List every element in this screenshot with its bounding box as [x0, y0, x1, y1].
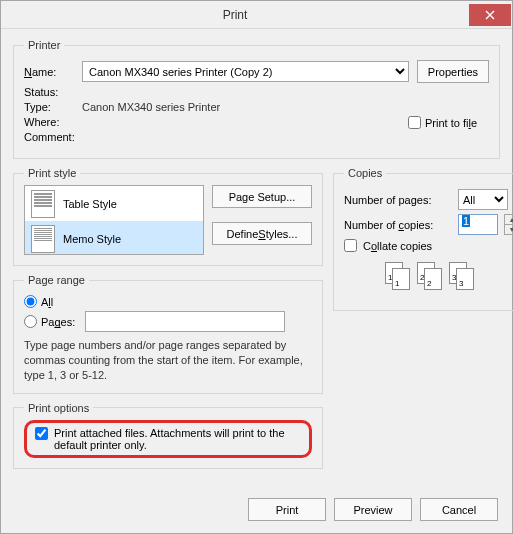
- all-label: All: [41, 296, 53, 308]
- num-pages-select[interactable]: All: [458, 189, 508, 210]
- memo-style-icon: [31, 225, 55, 253]
- printer-group: Printer Name: Canon MX340 series Printer…: [13, 39, 500, 159]
- comment-label: Comment:: [24, 131, 82, 143]
- table-style-icon: [31, 190, 55, 218]
- collate-label: Collate copies: [363, 240, 432, 252]
- where-label: Where:: [24, 116, 82, 128]
- status-label: Status:: [24, 86, 82, 98]
- close-button[interactable]: [469, 4, 511, 26]
- print-style-list[interactable]: Table Style Memo Style: [24, 185, 204, 255]
- page-setup-button[interactable]: Page Setup...: [212, 185, 312, 208]
- pages-radio[interactable]: [24, 315, 37, 328]
- type-value: Canon MX340 series Printer: [82, 101, 220, 113]
- style-item-memo[interactable]: Memo Style: [25, 221, 203, 255]
- print-options-group: Print options Print attached files. Atta…: [13, 402, 323, 469]
- print-options-legend: Print options: [24, 402, 93, 414]
- collate-checkbox[interactable]: [344, 239, 357, 252]
- print-to-file-checkbox[interactable]: [408, 116, 421, 129]
- collate-icons: 11 22 33: [344, 262, 513, 292]
- preview-button[interactable]: Preview: [334, 498, 412, 521]
- chevron-down-icon[interactable]: ▼: [505, 225, 513, 234]
- define-styles-button[interactable]: Define Styles...: [212, 222, 312, 245]
- page-range-legend: Page range: [24, 274, 89, 286]
- titlebar: Print: [1, 1, 512, 29]
- print-button[interactable]: Print: [248, 498, 326, 521]
- type-label: Type:: [24, 101, 82, 113]
- print-attached-label: Print attached files. Attachments will p…: [54, 427, 301, 451]
- copies-legend: Copies: [344, 167, 386, 179]
- num-pages-label: Number of pages:: [344, 194, 452, 206]
- page-range-group: Page range All Pages: Type page numbers …: [13, 274, 323, 394]
- print-attached-checkbox[interactable]: [35, 427, 48, 440]
- highlight-annotation: Print attached files. Attachments will p…: [24, 420, 312, 458]
- copies-spinner[interactable]: ▲▼: [504, 214, 513, 235]
- chevron-up-icon[interactable]: ▲: [505, 215, 513, 225]
- close-icon: [485, 10, 495, 20]
- page-range-note: Type page numbers and/or page ranges sep…: [24, 338, 312, 383]
- properties-button[interactable]: Properties: [417, 60, 489, 83]
- pages-input[interactable]: [85, 311, 285, 332]
- style-item-table[interactable]: Table Style: [25, 186, 203, 221]
- window-title: Print: [1, 8, 469, 22]
- num-copies-label: Number of copies:: [344, 219, 452, 231]
- cancel-button[interactable]: Cancel: [420, 498, 498, 521]
- printer-legend: Printer: [24, 39, 64, 51]
- print-dialog: Print Printer Name: Canon MX340 series P…: [0, 0, 513, 534]
- print-style-legend: Print style: [24, 167, 80, 179]
- num-copies-field[interactable]: 1: [458, 214, 498, 235]
- style-label: Table Style: [63, 198, 117, 210]
- name-label: Name:: [24, 66, 82, 78]
- all-radio[interactable]: [24, 295, 37, 308]
- print-style-group: Print style Table Style Memo Style: [13, 167, 323, 266]
- printer-name-select[interactable]: Canon MX340 series Printer (Copy 2): [82, 61, 409, 82]
- pages-label: Pages:: [41, 316, 81, 328]
- print-to-file-label: Print to file: [425, 117, 477, 129]
- copies-group: Copies Number of pages: All Number of co…: [333, 167, 513, 311]
- style-label: Memo Style: [63, 233, 121, 245]
